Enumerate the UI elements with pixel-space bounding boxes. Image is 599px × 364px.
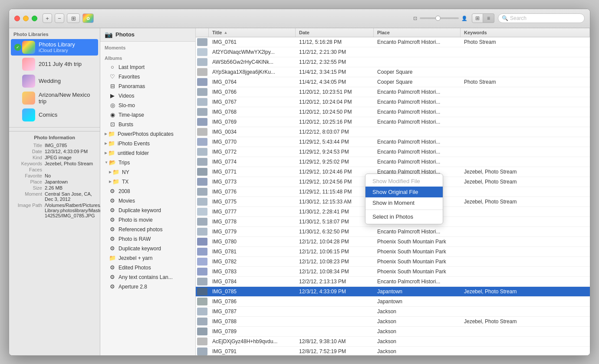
ctx-item-select-in-photos[interactable]: Select in Photos <box>365 211 443 222</box>
add-button[interactable]: + <box>43 13 52 23</box>
ctx-item-show-moment[interactable]: Show in Moment <box>365 197 443 208</box>
photo-thumbnail <box>197 58 207 66</box>
library-item-comics[interactable]: Comics <box>11 107 98 123</box>
album-item-photo-is-raw[interactable]: ⚙ Photo is RAW <box>100 234 195 244</box>
table-row[interactable]: IMG_0786 Japantown <box>196 297 590 307</box>
remove-button[interactable]: − <box>55 13 64 23</box>
td-date: 12/1/12, 10:08:34 PM <box>296 267 374 276</box>
td-place: Encanto Palmcroft Histori... <box>374 108 461 116</box>
td-keywords: Jezebel, Photo Stream <box>461 177 590 186</box>
table-row[interactable]: IMG_0789 Jackson <box>196 327 590 337</box>
album-item-referenced-photos[interactable]: ⚙ Referenced photos <box>100 225 195 234</box>
table-row[interactable]: IMG_0791 12/8/12, 7:52:19 PM Jackson <box>196 347 590 355</box>
album-item-time-lapse[interactable]: ◉ Time-lapse <box>100 110 195 120</box>
td-thumb <box>196 57 209 67</box>
td-keywords <box>461 220 590 223</box>
album-item-edited-photos[interactable]: ⚙ Edited Photos <box>100 263 195 272</box>
thumbnail-view-button[interactable]: ⊞ <box>472 13 483 23</box>
album-item-photo-is-movie[interactable]: ⚙ Photo is movie <box>100 215 195 225</box>
table-row[interactable]: IMG_0769 11/20/12, 10:25:16 PM Encanto P… <box>196 117 590 127</box>
search-box[interactable]: 🔍 Search <box>498 13 585 23</box>
album-item-powerphotos-duplicates[interactable]: ▶ 📁 PowerPhotos duplicates <box>100 129 195 139</box>
grid-view-button[interactable]: ⊞ <box>67 13 80 23</box>
td-keywords <box>461 111 590 113</box>
td-thumb <box>196 47 209 57</box>
album-item-favorites[interactable]: ♡ Favorites <box>100 72 195 82</box>
table-row[interactable]: IMG_0768 11/20/12, 10:24:50 PM Encanto P… <box>196 107 590 117</box>
table-row[interactable]: IMG_0034 11/22/12, 8:03:07 PM <box>196 127 590 137</box>
lib-icon-arizona <box>22 92 35 105</box>
close-button[interactable] <box>14 16 20 21</box>
td-title: IMG_0778 <box>209 217 296 226</box>
table-row[interactable]: IMG_0788 Jackson Jezebel, Photo Stream <box>196 317 590 327</box>
th-date[interactable]: Date <box>296 28 374 37</box>
ctx-item-show-original[interactable]: Show Original File <box>365 187 443 197</box>
album-item-duplicate-keyword-2[interactable]: ⚙ Duplicate keyword <box>100 244 195 253</box>
th-title[interactable]: Title ▲ <box>209 28 296 37</box>
photos-icon-button[interactable]: ✿ <box>82 13 94 23</box>
table-row[interactable]: AYpSkaga1X8jgea6jKrKu... 11/4/12, 3:34:1… <box>196 67 590 77</box>
th-place[interactable]: Place <box>374 28 461 37</box>
table-row[interactable]: IMG_0785 12/3/12, 4:33:09 PM Japantown J… <box>196 287 590 297</box>
table-row[interactable]: IMG_0780 12/1/12, 10:04:28 PM Phoenix So… <box>196 237 590 247</box>
album-item-slo-mo[interactable]: ◎ Slo-mo <box>100 101 195 110</box>
zoom-slider-thumb[interactable] <box>435 16 441 21</box>
album-item-trips[interactable]: ▼ 📂 Trips <box>100 158 195 167</box>
td-date: 11/2/12, 2:32:55 PM <box>296 58 374 66</box>
album-item-aperture-2.8[interactable]: ⚙ Aperture 2.8 <box>100 282 195 292</box>
album-item-jezebel-yarn[interactable]: 📁 Jezebel + yarn <box>100 253 195 263</box>
td-title: IMG_0776 <box>209 187 296 196</box>
th-title-label: Title <box>212 30 222 35</box>
album-name-photo-is-raw: Photo is RAW <box>118 236 151 242</box>
table-row[interactable]: IMG_0782 12/1/12, 10:08:23 PM Phoenix So… <box>196 257 590 267</box>
table-row[interactable]: AWSb56Gw2rHyC4KlNk... 11/2/12, 2:32:55 P… <box>196 57 590 67</box>
td-date: 11/20/12, 10:24:04 PM <box>296 98 374 106</box>
library-item-2011-trip[interactable]: 2011 July 4th trip <box>11 56 98 72</box>
album-item-videos[interactable]: ▶ Videos <box>100 91 195 101</box>
td-date: 11/12, 5:16:28 PM <box>296 38 374 46</box>
library-item-photos-library[interactable]: ✓ Photos Library iCloud Library <box>11 39 98 56</box>
album-name-trips: Trips <box>118 160 130 166</box>
td-place: Encanto Palmcroft Histori... <box>374 138 461 146</box>
table-row[interactable]: IMG_0784 12/2/12, 2:13:13 PM Encanto Pal… <box>196 277 590 287</box>
album-item-tx[interactable]: ▶ 📁 TX <box>100 177 195 187</box>
album-item-movies[interactable]: ⚙ Movies <box>100 196 195 206</box>
album-item-2008[interactable]: ⚙ 2008 <box>100 187 195 196</box>
album-item-duplicate-keyword[interactable]: ⚙ Duplicate keyword <box>100 206 195 215</box>
table-row[interactable]: IMG_0761 11/12, 5:16:28 PM Encanto Palmc… <box>196 37 590 47</box>
album-icon-movies: ⚙ <box>109 197 116 204</box>
table-row[interactable]: IMG_0770 11/29/12, 5:43:44 PM Encanto Pa… <box>196 137 590 147</box>
td-place: Encanto Palmcroft Histori... <box>374 157 461 166</box>
th-keywords[interactable]: Keywords <box>461 28 590 37</box>
album-item-bursts[interactable]: ⊡ Bursts <box>100 120 195 129</box>
table-row[interactable]: IMG_0774 11/29/12, 9:25:02 PM Encanto Pa… <box>196 157 590 167</box>
table-row[interactable]: IMG_0781 12/1/12, 10:06:15 PM Phoenix So… <box>196 247 590 257</box>
album-item-untitled-folder[interactable]: ▶ 📁 untitled folder <box>100 148 195 158</box>
td-keywords <box>461 330 590 333</box>
table-row[interactable]: IMG_0783 12/1/12, 10:08:34 PM Phoenix So… <box>196 267 590 277</box>
maximize-button[interactable] <box>32 16 37 21</box>
table-row[interactable]: IMG_0772 11/29/12, 9:24:53 PM Encanto Pa… <box>196 147 590 157</box>
td-title: IMG_0785 <box>209 287 296 296</box>
album-item-any-text-contains[interactable]: ⚙ Any text contains Lan... <box>100 272 195 282</box>
table-row[interactable]: IMG_0767 11/20/12, 10:24:04 PM Encanto P… <box>196 97 590 107</box>
library-item-wedding[interactable]: Wedding <box>11 73 98 89</box>
list-view-button[interactable]: ≡ <box>483 13 494 23</box>
table-row[interactable]: IMG_0764 11/4/12, 4:34:05 PM Cooper Squa… <box>196 77 590 87</box>
table-row[interactable]: IMG_0766 11/20/12, 10:23:51 PM Encanto P… <box>196 87 590 97</box>
table-row[interactable]: IMG_0787 Jackson <box>196 307 590 317</box>
album-item-last-import[interactable]: ○ Last Import <box>100 62 195 72</box>
album-item-panoramas[interactable]: ⊟ Panoramas <box>100 82 195 91</box>
album-item-iphoto-events[interactable]: ▶ 📁 iPhoto Events <box>100 139 195 148</box>
table-row[interactable]: Af2YGtNaqcWMwYX2lpy... 11/2/12, 2:21:30 … <box>196 47 590 57</box>
photo-thumbnail <box>197 38 207 46</box>
context-menu-items: Show Modified FileShow Original FileShow… <box>365 176 443 222</box>
table-row[interactable]: AcEjDXjGyz48H+hb9qvdu... 12/8/12, 9:38:1… <box>196 337 590 347</box>
lib-name-comics: Comics <box>39 111 57 118</box>
album-item-ny[interactable]: ▶ 📁 NY <box>100 167 195 177</box>
minimize-button[interactable] <box>23 16 29 21</box>
library-item-arizona[interactable]: Arizona/New Mexico trip <box>11 90 98 106</box>
table-row[interactable]: IMG_0779 11/30/12, 6:32:50 PM Encanto Pa… <box>196 227 590 237</box>
td-place: Cooper Square <box>374 78 461 86</box>
album-icon-time-lapse: ◉ <box>109 111 116 118</box>
